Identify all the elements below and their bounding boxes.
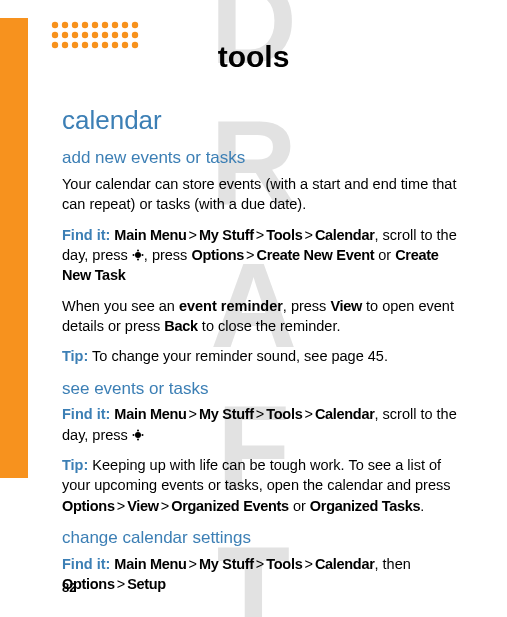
accent-bar bbox=[0, 18, 28, 478]
menu-path: View bbox=[127, 498, 159, 514]
softkey: View bbox=[330, 298, 362, 314]
svg-point-35 bbox=[132, 434, 134, 436]
text: or bbox=[374, 247, 395, 263]
menu-path: Calendar bbox=[315, 227, 375, 243]
menu-path: Calendar bbox=[315, 406, 375, 422]
find-it-settings: Find it: Main Menu>My Stuff>Tools>Calend… bbox=[62, 554, 465, 595]
svg-point-0 bbox=[52, 22, 58, 28]
menu-path: My Stuff bbox=[199, 406, 254, 422]
find-it-label: Find it: bbox=[62, 227, 110, 243]
svg-point-7 bbox=[122, 22, 128, 28]
svg-point-17 bbox=[132, 32, 138, 38]
menu-path: Organized Tasks bbox=[310, 498, 420, 514]
svg-point-6 bbox=[112, 22, 118, 28]
menu-path: Main Menu bbox=[114, 406, 186, 422]
subheading-add-events: add new events or tasks bbox=[62, 146, 465, 170]
svg-point-33 bbox=[137, 429, 139, 431]
menu-path: Main Menu bbox=[114, 227, 186, 243]
nav-key-icon bbox=[132, 246, 144, 258]
subheading-see-events: see events or tasks bbox=[62, 377, 465, 401]
menu-path: Create New Event bbox=[257, 247, 375, 263]
text: . bbox=[420, 498, 424, 514]
tip-label: Tip: bbox=[62, 348, 88, 364]
text: to close the reminder. bbox=[198, 318, 341, 334]
svg-point-8 bbox=[132, 22, 138, 28]
text: When you see an bbox=[62, 298, 179, 314]
content-area: calendar add new events or tasks Your ca… bbox=[62, 100, 465, 604]
text: , then bbox=[375, 556, 411, 572]
menu-path: Tools bbox=[266, 227, 302, 243]
section-heading-calendar: calendar bbox=[62, 102, 465, 138]
reminder-para: When you see an event reminder, press Vi… bbox=[62, 296, 465, 337]
find-it-see: Find it: Main Menu>My Stuff>Tools>Calend… bbox=[62, 404, 465, 445]
svg-point-32 bbox=[135, 432, 141, 438]
tip-reminder-sound: Tip: To change your reminder sound, see … bbox=[62, 346, 465, 366]
menu-path: My Stuff bbox=[199, 556, 254, 572]
svg-point-14 bbox=[102, 32, 108, 38]
menu-path: Options bbox=[62, 498, 115, 514]
menu-path: Tools bbox=[266, 556, 302, 572]
menu-path: Setup bbox=[127, 576, 166, 592]
nav-key-icon bbox=[132, 426, 144, 438]
subheading-change-settings: change calendar settings bbox=[62, 526, 465, 550]
svg-point-13 bbox=[92, 32, 98, 38]
tip-see-events: Tip: Keeping up with life can be tough w… bbox=[62, 455, 465, 516]
menu-path: Options bbox=[191, 247, 244, 263]
softkey: Back bbox=[164, 318, 197, 334]
text: or bbox=[289, 498, 310, 514]
emphasis: event reminder bbox=[179, 298, 283, 314]
svg-point-4 bbox=[92, 22, 98, 28]
menu-path: Calendar bbox=[315, 556, 375, 572]
page-number: 82 bbox=[62, 580, 76, 595]
menu-path: Organized Events bbox=[171, 498, 289, 514]
svg-point-27 bbox=[135, 252, 141, 258]
text: , press bbox=[144, 247, 192, 263]
text: , press bbox=[283, 298, 331, 314]
find-it-add: Find it: Main Menu>My Stuff>Tools>Calend… bbox=[62, 225, 465, 286]
svg-point-11 bbox=[72, 32, 78, 38]
svg-point-12 bbox=[82, 32, 88, 38]
menu-path: Main Menu bbox=[114, 556, 186, 572]
menu-path: My Stuff bbox=[199, 227, 254, 243]
svg-point-29 bbox=[137, 259, 139, 261]
svg-point-3 bbox=[82, 22, 88, 28]
svg-point-36 bbox=[141, 434, 143, 436]
find-it-label: Find it: bbox=[62, 406, 110, 422]
svg-point-30 bbox=[132, 254, 134, 256]
page-title: tools bbox=[0, 40, 507, 74]
svg-point-15 bbox=[112, 32, 118, 38]
find-it-label: Find it: bbox=[62, 556, 110, 572]
svg-point-16 bbox=[122, 32, 128, 38]
svg-point-5 bbox=[102, 22, 108, 28]
svg-point-10 bbox=[62, 32, 68, 38]
svg-point-34 bbox=[137, 438, 139, 440]
svg-point-28 bbox=[137, 250, 139, 252]
svg-point-9 bbox=[52, 32, 58, 38]
text: To change your reminder sound, see page … bbox=[88, 348, 388, 364]
tip-label: Tip: bbox=[62, 457, 88, 473]
body-intro: Your calendar can store events (with a s… bbox=[62, 174, 465, 215]
svg-point-2 bbox=[72, 22, 78, 28]
svg-point-1 bbox=[62, 22, 68, 28]
text: Keeping up with life can be tough work. … bbox=[62, 457, 451, 493]
menu-path: Tools bbox=[266, 406, 302, 422]
